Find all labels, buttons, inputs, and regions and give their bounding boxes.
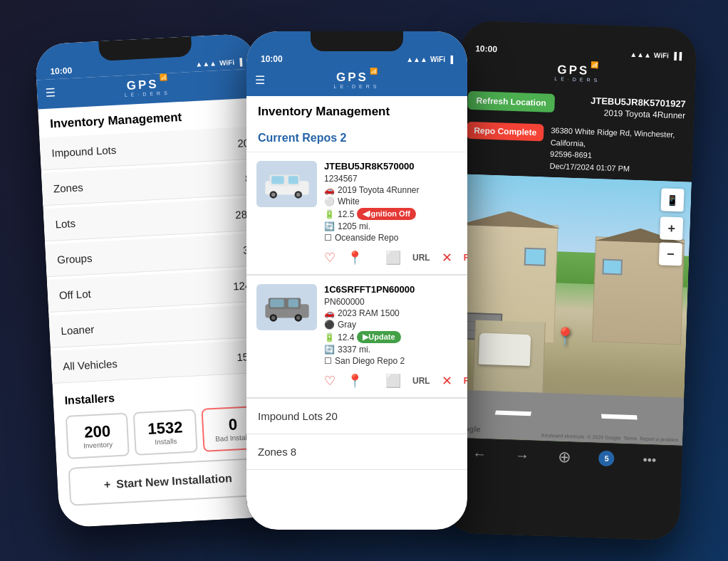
svg-rect-10 — [270, 299, 284, 307]
road-mark-2 — [600, 414, 636, 420]
zones-label: Zones — [53, 181, 84, 194]
vehicle-vin-1: JTEBU5JR8K570000 — [324, 161, 457, 172]
svg-point-13 — [271, 316, 275, 320]
lots-label: Lots — [55, 217, 76, 230]
stat-inventory: 200 Inventory — [66, 412, 130, 458]
scene: 10:00 ▲▲▲ WiFi ▐ ☰ GPS 📶 LE·DERS — [0, 0, 728, 561]
map-controls: 📱 + − — [659, 188, 685, 266]
vehicle-model-2: 🚗 2023 RAM 1500 — [324, 308, 457, 318]
car-icon-2: 🚗 — [324, 308, 335, 318]
notch-right — [533, 23, 626, 46]
window-left — [524, 248, 546, 266]
location-icon-2[interactable]: 📍 — [347, 373, 363, 389]
vehicle-model-1: 🚗 2019 Toyota 4Runner — [324, 185, 457, 195]
vehicle-thumb-2 — [256, 284, 317, 330]
menu-list: Impound Lots 20 Zones 8 Lots 286 Groups … — [39, 126, 273, 384]
mileage-text-1: 1205 mi. — [338, 221, 370, 231]
installers-section: Installers 200 Inventory 1532 Installs 0 — [53, 375, 280, 515]
heart-icon-1[interactable]: ♡ — [324, 250, 336, 266]
vehicle-card-1: JTEBU5JR8K570000 1234567 🚗 2019 Toyota 4… — [246, 152, 467, 276]
bottom-impound-lots[interactable]: Impound Lots 20 — [246, 399, 467, 434]
vehicle-order-2: PN600000 — [324, 297, 457, 307]
logo-left: GPS 📶 LE·DERS — [124, 78, 171, 98]
start-installation-button[interactable]: + Start New Installation — [68, 457, 268, 505]
svg-point-5 — [271, 193, 275, 196]
time-left: 10:00 — [50, 65, 72, 77]
logo-center: GPS 📶 LE·DERS — [334, 71, 380, 89]
menu-icon-left[interactable]: ☰ — [45, 85, 56, 100]
phone-map-icon[interactable]: 📱 — [660, 188, 684, 211]
wifi-center: WiFi — [430, 56, 445, 63]
location-icon-1[interactable]: 📍 — [347, 250, 363, 266]
off-lot-label: Off Lot — [58, 288, 91, 301]
card-actions-1: ♡ 📍 ⬜ URL ✕ REPO — [256, 250, 457, 266]
logo-right: GPS 📶 LE·DERS — [554, 63, 601, 83]
left-content: Inventory Management Impound Lots 20 Zon… — [38, 98, 279, 515]
mileage-text-2: 3337 mi. — [338, 345, 370, 355]
zoom-in-button[interactable]: + — [660, 216, 683, 240]
status-icons-left: ▲▲▲ WiFi ▐ — [195, 58, 242, 68]
menu-icon-center[interactable]: ☰ — [255, 73, 265, 87]
repo-btn-2[interactable]: REPO — [464, 376, 467, 386]
time-right: 10:00 — [475, 43, 497, 54]
time-center: 10:00 — [261, 54, 283, 64]
gps-text-left: GPS — [126, 78, 159, 92]
url-btn-2[interactable]: URL — [412, 376, 430, 386]
heart-icon-2[interactable]: ♡ — [324, 373, 336, 389]
vehicle-repo-2: ☐ San Diego Repo 2 — [324, 356, 457, 366]
signal-icon-center: 📶 — [370, 68, 378, 75]
gps-text-right: GPS — [557, 63, 589, 77]
current-repos-label: Current Repos — [258, 132, 340, 144]
loaner-label: Loaner — [61, 323, 95, 337]
car-svg-2 — [262, 291, 312, 323]
signal-right: ▲▲▲ — [630, 50, 651, 58]
svg-point-15 — [296, 316, 300, 320]
vehicle-battery-2: 🔋 12.4 ▶Update — [324, 331, 457, 343]
order-num-2: PN600000 — [324, 297, 365, 307]
status-icons-center: ▲▲▲ WiFi ▐ — [406, 56, 453, 63]
battery-center: ▐ — [448, 56, 453, 63]
car-svg-1 — [262, 168, 312, 200]
battery-right: ▐▐ — [672, 51, 682, 59]
forward-button[interactable]: → — [515, 447, 530, 464]
start-icon: + — [103, 478, 110, 491]
tab-badge[interactable]: 5 — [598, 451, 615, 467]
ignition-badge-1: ◀Ignition Off — [357, 208, 416, 220]
battery-icon-v1: 🔋 — [324, 209, 335, 219]
x-icon-1[interactable]: ✕ — [442, 250, 452, 266]
vehicle-mileage-1: 🔄 1205 mi. — [324, 221, 457, 231]
model-text-2: 2023 RAM 1500 — [338, 308, 400, 318]
battery-val-1: 12.5 — [338, 209, 354, 219]
model-text-1: 2019 Toyota 4Runner — [338, 185, 420, 195]
zoom-out-button[interactable]: − — [659, 242, 682, 266]
installs-number: 1532 — [138, 418, 193, 439]
copy-icon-1[interactable]: ⬜ — [385, 250, 401, 266]
map-container[interactable]: 📍 📱 + − Google Keyboard shortcuts © 2024… — [447, 174, 692, 445]
back-button[interactable]: ← — [472, 446, 487, 463]
vehicle-card-2: 1C6SRFFT1PN60000 PN600000 🚗 2023 RAM 150… — [246, 276, 467, 399]
update-badge-2: ▶Update — [357, 331, 400, 343]
share-button[interactable]: ⊕ — [557, 448, 571, 467]
battery-icon-v2: 🔋 — [324, 332, 335, 342]
more-button[interactable]: ••• — [643, 452, 657, 468]
vehicle-vin-2: 1C6SRFFT1PN60000 — [324, 284, 457, 295]
copy-icon-2[interactable]: ⬜ — [385, 373, 401, 389]
url-btn-1[interactable]: URL — [412, 253, 430, 263]
vehicle-color-1: ⚪ White — [324, 196, 457, 206]
order-num-1: 1234567 — [324, 174, 358, 184]
x-icon-2[interactable]: ✕ — [442, 373, 452, 389]
repo-icon-1: ☐ — [324, 233, 332, 243]
svg-rect-11 — [288, 299, 298, 307]
stats-row: 200 Inventory 1532 Installs 0 Bad Instal… — [66, 405, 266, 458]
repo-complete-button[interactable]: Repo Complete — [467, 122, 544, 142]
vehicle-name-display: 2019 Toyota 4Runner — [590, 108, 685, 121]
repo-text-2: San Diego Repo 2 — [335, 356, 405, 366]
vehicle-order-1: 1234567 — [324, 174, 457, 184]
impound-lots-label: Impound Lots — [51, 144, 117, 159]
signal-icon: ▲▲▲ — [195, 59, 217, 68]
refresh-location-button[interactable]: Refresh Location — [467, 91, 555, 112]
repo-btn-1[interactable]: REPO — [464, 253, 467, 263]
vehicle-repo-1: ☐ Oceanside Repo — [324, 233, 457, 243]
bottom-zones[interactable]: Zones 8 — [246, 434, 467, 470]
repo-icon-2: ☐ — [324, 356, 332, 366]
